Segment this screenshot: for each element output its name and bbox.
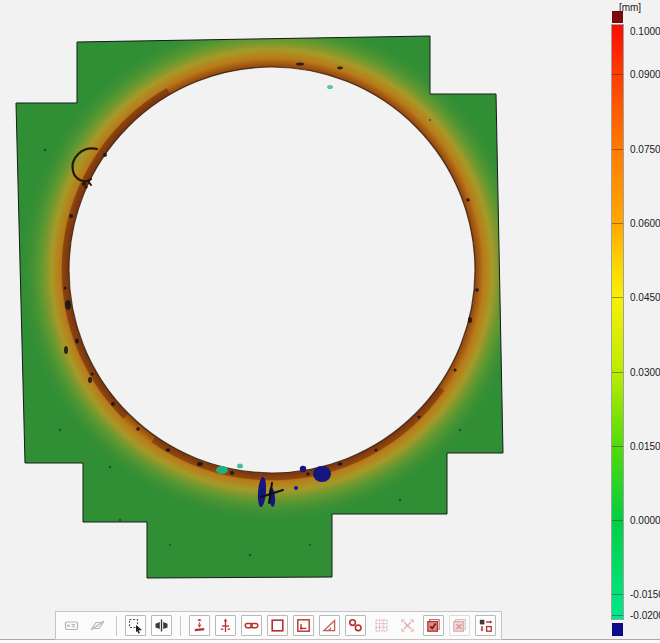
angle-measure-button[interactable] xyxy=(319,615,340,636)
linked-circles-icon xyxy=(347,617,364,634)
rectangle-corner-icon xyxy=(295,617,312,634)
scale-tick-label: 0.1000 xyxy=(630,26,660,37)
scale-tick-line xyxy=(612,520,623,521)
scale-min-overflow-block xyxy=(612,623,623,636)
id-label-button xyxy=(61,615,82,636)
scale-tick-line xyxy=(612,149,623,150)
swap-arrange-icon xyxy=(477,617,494,634)
expand-corners-button xyxy=(397,615,418,636)
link-elements-icon xyxy=(243,617,260,634)
link-elements-button[interactable] xyxy=(241,615,262,636)
scale-tick-line xyxy=(612,372,623,373)
confirm-selection-button[interactable] xyxy=(423,615,444,636)
color-scale-bar[interactable] xyxy=(612,25,623,619)
scale-tick-label: -0.0150 xyxy=(630,589,660,600)
scale-tick-line xyxy=(612,594,623,595)
select-area-icon xyxy=(127,617,144,634)
rectangle-selection-icon xyxy=(269,617,286,634)
point-on-axis-icon xyxy=(217,617,234,634)
mesh-grid-icon xyxy=(373,617,390,634)
confirm-selection-icon xyxy=(425,617,442,634)
rectangle-corner-button[interactable] xyxy=(293,615,314,636)
scale-tick-label: 0.0150 xyxy=(630,441,660,452)
point-on-axis-button[interactable] xyxy=(215,615,236,636)
mirror-view-icon xyxy=(153,617,170,634)
scale-tick-label: 0.0450 xyxy=(630,292,660,303)
scale-tick-label: 0.0900 xyxy=(630,69,660,80)
3d-viewport[interactable] xyxy=(0,0,660,643)
angle-measure-icon xyxy=(321,617,338,634)
deviation-map xyxy=(0,0,660,643)
clipping-plane-button xyxy=(87,615,108,636)
scale-max-overflow-block xyxy=(612,11,623,23)
scale-tick-line xyxy=(612,297,623,298)
cancel-selection-icon xyxy=(451,617,468,634)
rectangle-selection-button[interactable] xyxy=(267,615,288,636)
linked-circles-button[interactable] xyxy=(345,615,366,636)
expand-corners-icon xyxy=(399,617,416,634)
mesh-grid-button xyxy=(371,615,392,636)
clipping-plane-icon xyxy=(89,617,106,634)
toolbar-separator xyxy=(180,616,181,636)
cancel-selection-button xyxy=(449,615,470,636)
scale-tick-line xyxy=(612,615,623,616)
toolbar-separator xyxy=(116,616,117,636)
id-label-icon xyxy=(63,617,80,634)
scale-tick-line xyxy=(612,446,623,447)
scale-tick-label: -0.0200 xyxy=(630,610,660,621)
point-projection-button[interactable] xyxy=(189,615,210,636)
scale-tick-label: 0.0000 xyxy=(630,515,660,526)
mirror-view-button[interactable] xyxy=(151,615,172,636)
scale-tick-line xyxy=(612,74,623,75)
swap-arrange-button[interactable] xyxy=(475,615,496,636)
scale-tick-line xyxy=(612,223,623,224)
bottom-toolbar xyxy=(55,611,502,640)
point-projection-icon xyxy=(191,617,208,634)
scale-tick-label: 0.0750 xyxy=(630,144,660,155)
select-area-button[interactable] xyxy=(125,615,146,636)
scale-tick-label: 0.0600 xyxy=(630,218,660,229)
scale-tick-label: 0.0300 xyxy=(630,367,660,378)
